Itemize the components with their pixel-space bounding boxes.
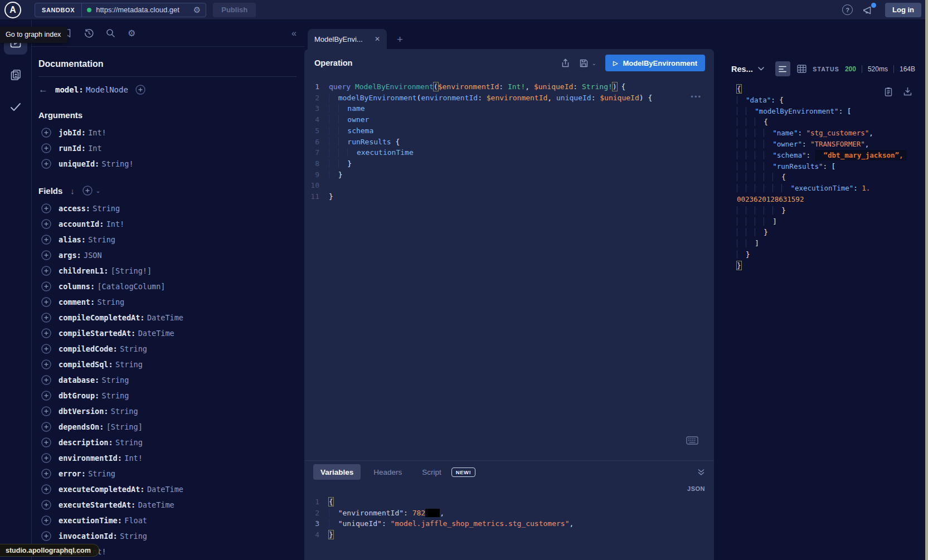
add-field-icon[interactable] (41, 406, 51, 416)
doc-field-row[interactable]: dependsOn: [String] (38, 419, 297, 435)
field-type[interactable]: Int! (106, 220, 125, 228)
endpoint-settings-gear-icon[interactable]: ⚙ (193, 5, 201, 15)
doc-field-row[interactable]: columns: [CatalogColumn] (38, 279, 297, 294)
save-operation-button[interactable]: ⌄ (579, 59, 596, 68)
field-type[interactable]: DateTime (147, 485, 183, 494)
tab-variables[interactable]: Variables (313, 464, 361, 480)
add-field-icon[interactable] (41, 469, 51, 479)
field-type[interactable]: [String!] (111, 266, 152, 275)
back-arrow-icon[interactable]: ← (38, 84, 48, 95)
doc-field-row[interactable]: uniqueId: String! (38, 156, 297, 172)
add-field-icon[interactable] (41, 344, 51, 354)
field-type[interactable]: Int! (124, 454, 143, 462)
add-field-icon[interactable] (41, 391, 51, 401)
field-type[interactable]: String! (102, 159, 134, 168)
field-type[interactable]: String (115, 360, 143, 369)
add-all-fields-button[interactable]: ⌄ (82, 186, 100, 196)
add-field-icon[interactable] (41, 128, 51, 138)
endpoint-url-input[interactable]: https://metadata.cloud.get (96, 6, 189, 14)
field-type[interactable]: String (111, 407, 138, 416)
field-type[interactable]: String (120, 532, 147, 540)
response-dropdown-chevron-icon[interactable] (758, 67, 764, 71)
doc-field-row[interactable]: accountId: Int! (38, 216, 297, 232)
field-type[interactable]: Float (124, 516, 147, 525)
sort-fields-icon[interactable]: ↓ (70, 186, 75, 196)
doc-field-row[interactable]: comment: String (38, 294, 297, 310)
collapse-sidebar-icon[interactable]: « (291, 28, 295, 38)
field-type[interactable]: DateTime (138, 500, 174, 509)
collapse-variables-icon[interactable] (697, 469, 705, 476)
field-type[interactable]: String (102, 376, 129, 384)
close-tab-icon[interactable]: ✕ (375, 35, 380, 43)
operation-menu-icon[interactable]: ••• (691, 92, 702, 101)
doc-field-row[interactable]: compileStartedAt: DateTime (38, 325, 297, 341)
settings-gear-icon[interactable]: ⚙ (128, 29, 135, 38)
login-button[interactable]: Log in (885, 3, 921, 17)
doc-field-row[interactable]: dbtVersion: String (38, 403, 297, 419)
copy-response-icon[interactable] (885, 87, 892, 96)
field-type[interactable]: DateTime (147, 313, 183, 322)
doc-field-row[interactable]: alias: String (38, 232, 297, 247)
field-type[interactable]: JSON (84, 251, 102, 260)
nav-checks[interactable] (4, 95, 27, 119)
add-field-icon[interactable] (41, 515, 51, 525)
add-field-icon[interactable] (41, 453, 51, 463)
response-view-json-toggle[interactable] (775, 61, 790, 76)
save-options-chevron-icon[interactable]: ⌄ (592, 60, 596, 66)
field-type[interactable]: String (88, 235, 115, 244)
add-field-icon[interactable] (41, 437, 51, 447)
run-operation-button[interactable]: ▷ ModelByEnvironment (605, 55, 705, 71)
add-field-icon[interactable] (41, 203, 51, 213)
doc-field-row[interactable]: runId: Int (38, 140, 297, 156)
share-operation-icon[interactable] (561, 58, 570, 68)
add-field-icon[interactable] (41, 375, 51, 385)
doc-field-row[interactable]: args: JSON (38, 247, 297, 263)
doc-field-row[interactable]: environmentId: Int! (38, 450, 297, 466)
add-field-icon[interactable] (41, 297, 51, 307)
add-field-icon[interactable] (41, 250, 51, 260)
doc-field-row[interactable]: database: String (38, 372, 297, 388)
field-type[interactable]: Int (88, 144, 101, 153)
add-field-icon[interactable] (41, 531, 51, 541)
doc-field-type-link[interactable]: ModelNode (86, 85, 128, 94)
doc-field-row[interactable]: error: String (38, 466, 297, 481)
apollo-logo[interactable]: A (4, 2, 21, 18)
field-type[interactable]: String (93, 204, 120, 213)
tab-script[interactable]: Script (415, 464, 445, 480)
add-field-icon[interactable] (41, 159, 51, 169)
add-field-icon[interactable] (41, 143, 51, 153)
doc-field-row[interactable]: childrenL1: [String!] (38, 263, 297, 279)
add-field-icon[interactable] (135, 85, 145, 95)
field-type[interactable]: String (115, 438, 143, 447)
response-view-table-toggle[interactable] (797, 65, 806, 73)
doc-field-row[interactable]: jobId: Int! (38, 125, 297, 140)
add-field-icon[interactable] (41, 422, 51, 432)
add-field-icon[interactable] (41, 359, 51, 369)
tab-headers[interactable]: Headers (366, 464, 409, 480)
new-tab-button[interactable]: + (397, 34, 403, 45)
add-field-icon[interactable] (41, 484, 51, 494)
doc-field-row[interactable]: executeStartedAt: DateTime (38, 497, 297, 513)
field-type[interactable]: [String] (106, 422, 143, 431)
publish-button[interactable]: Publish (213, 3, 256, 17)
add-field-icon[interactable] (41, 235, 51, 245)
keyboard-shortcuts-icon[interactable] (686, 436, 698, 445)
field-type[interactable]: String (102, 391, 129, 400)
add-field-icon[interactable] (41, 266, 51, 276)
field-type[interactable]: String (120, 344, 147, 353)
field-type[interactable]: DateTime (138, 329, 174, 338)
download-response-icon[interactable] (903, 87, 912, 96)
operation-editor[interactable]: 1query ModelByEnvironment($environmentId… (304, 77, 714, 460)
doc-field-row[interactable]: description: String (38, 435, 297, 450)
doc-field-row[interactable]: compiledCode: String (38, 341, 297, 357)
field-type[interactable]: [CatalogColumn] (97, 282, 165, 291)
announcements-icon[interactable] (863, 4, 875, 16)
add-field-icon[interactable] (41, 500, 51, 510)
field-type[interactable]: String (88, 469, 115, 478)
help-icon[interactable]: ? (842, 4, 853, 15)
variables-editor[interactable]: JSON 1{​2 "environmentId": 782,​3 "uniqu… (304, 483, 714, 540)
field-type[interactable]: String (97, 298, 124, 306)
nav-schema-docs[interactable] (4, 62, 27, 87)
doc-field-row[interactable]: invocationId: String (38, 528, 297, 544)
add-field-icon[interactable] (41, 281, 51, 291)
